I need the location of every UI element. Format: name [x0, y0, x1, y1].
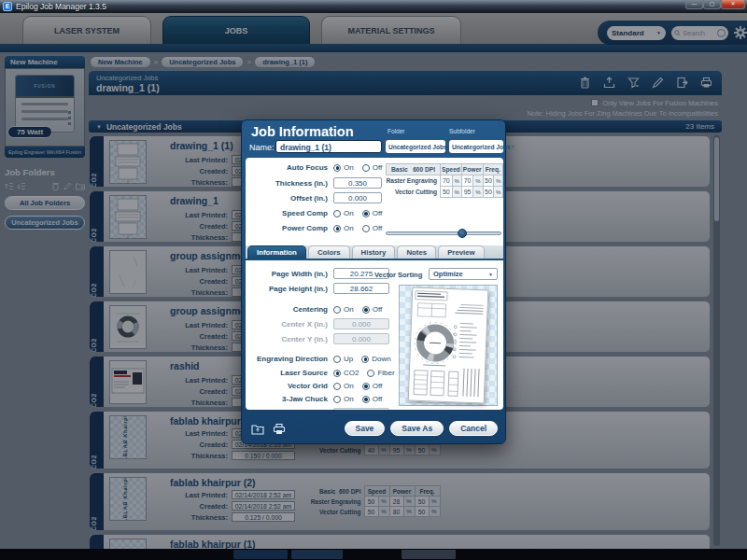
auto-focus-on-radio[interactable]: On	[333, 163, 354, 172]
folder-select-value: Uncategorized Jobs	[388, 144, 447, 150]
dialog-title: Job Information	[251, 124, 354, 139]
slider-handle[interactable]	[458, 229, 467, 238]
offset-input[interactable]: 0.000	[333, 192, 382, 203]
laser-co2-radio[interactable]: CO2	[333, 369, 359, 377]
job-preview-area	[399, 285, 498, 406]
title-bar: E Epilog Job Manager 1.3.5 — ▢ ✕	[0, 0, 747, 13]
center-x-input: 0.000	[333, 318, 389, 329]
cancel-button[interactable]: Cancel	[449, 421, 498, 436]
power-comp-off-radio[interactable]: Off	[362, 224, 383, 232]
centering-on-radio[interactable]: On	[333, 305, 354, 314]
dialog-body: Auto Focus On Off Thickness (in.) 0.350 …	[246, 158, 503, 410]
speed-slider[interactable]	[386, 229, 501, 238]
copy-job-icon[interactable]	[251, 423, 264, 435]
tab-information[interactable]: Information	[247, 245, 306, 259]
auto-focus-label: Auto Focus	[246, 163, 328, 172]
app-window: E Epilog Job Manager 1.3.5 — ▢ ✕ LASER S…	[0, 0, 747, 560]
vector-grid-off-radio[interactable]: Off	[362, 382, 383, 390]
center-y-label: Center Y (in.)	[246, 335, 328, 343]
laser-source-label: Laser Source	[246, 369, 328, 377]
tab-history[interactable]: History	[352, 245, 396, 259]
center-y-input: 0.000	[333, 333, 389, 344]
dropdown-arrow-icon	[511, 144, 515, 149]
centering-off-radio[interactable]: Off	[362, 305, 383, 314]
maximize-button[interactable]: ▢	[703, 0, 721, 9]
diameter-label: Diameter (in.)	[246, 410, 328, 411]
power-comp-label: Power Comp	[246, 224, 328, 232]
jaw-chuck-label: 3-Jaw Chuck	[246, 395, 328, 403]
jaw-chuck-off-radio[interactable]: Off	[362, 395, 383, 403]
dpi-settings-table: Basic 600 DPI Speed Power Freq. Raster E…	[386, 163, 503, 198]
vector-grid-label: Vector Grid	[246, 382, 328, 390]
subfolder-select[interactable]: Uncategorized Jobs	[449, 140, 503, 153]
vector-sorting-select[interactable]: Optimize	[429, 268, 498, 280]
tab-preview[interactable]: Preview	[438, 245, 484, 259]
auto-focus-off-radio[interactable]: Off	[362, 163, 383, 172]
engraving-down-radio[interactable]: Down	[361, 355, 390, 363]
dialog-footer: Save Save As Cancel	[242, 412, 507, 445]
centering-label: Centering	[246, 305, 328, 314]
offset-label: Offset (in.)	[246, 194, 328, 203]
speed-comp-off-radio[interactable]: Off	[362, 209, 383, 217]
tab-notes[interactable]: Notes	[397, 245, 436, 259]
laser-fiber-radio[interactable]: Fiber	[367, 369, 394, 377]
vector-grid-on-radio[interactable]: On	[333, 382, 354, 390]
save-as-button[interactable]: Save As	[390, 421, 444, 436]
job-preview-image	[408, 287, 489, 403]
name-input[interactable]: drawing_1 (1)	[275, 140, 382, 153]
folder-label: Folder	[388, 128, 404, 134]
job-information-dialog: Job Information Folder Subfolder Name: d…	[241, 119, 506, 444]
thickness-input[interactable]: 0.350	[333, 177, 382, 189]
window-title: Epilog Job Manager 1.3.5	[16, 2, 106, 11]
information-tab-panel: Page Width (in.) 20.275 Page Height (in.…	[246, 262, 503, 410]
tab-colors[interactable]: Colors	[308, 245, 350, 259]
vector-sorting-value: Optimize	[433, 270, 463, 278]
page-height-input[interactable]: 28.662	[333, 283, 389, 294]
diameter-input: 0.000	[333, 408, 389, 410]
app-icon: E	[3, 2, 12, 11]
slider-track	[386, 231, 501, 235]
folder-select[interactable]: Uncategorized Jobs	[386, 140, 445, 153]
engraving-direction-label: Engraving Direction	[246, 355, 328, 363]
subfolder-label: Subfolder	[449, 128, 475, 134]
speed-comp-label: Speed Comp	[246, 209, 328, 217]
center-x-label: Center X (in.)	[246, 320, 328, 329]
dialog-tab-row: Information Colors History Notes Preview	[246, 245, 503, 260]
page-height-label: Page Height (in.)	[246, 285, 328, 293]
name-label: Name:	[249, 143, 275, 152]
engraving-up-radio[interactable]: Up	[333, 355, 353, 363]
power-comp-on-radio[interactable]: On	[333, 224, 354, 232]
thickness-label: Thickness (in.)	[246, 179, 328, 188]
minimize-button[interactable]: —	[685, 0, 703, 9]
print-job-icon[interactable]	[273, 423, 286, 435]
close-button[interactable]: ✕	[721, 0, 745, 9]
jaw-chuck-on-radio[interactable]: On	[333, 395, 354, 403]
vector-sorting-label: Vector Sorting	[374, 271, 422, 279]
subfolder-select-value: Uncategorized Jobs	[452, 144, 511, 150]
dropdown-arrow-icon	[488, 272, 493, 277]
page-width-label: Page Width (in.)	[246, 270, 328, 278]
save-button[interactable]: Save	[345, 421, 386, 436]
speed-comp-on-radio[interactable]: On	[333, 209, 354, 217]
